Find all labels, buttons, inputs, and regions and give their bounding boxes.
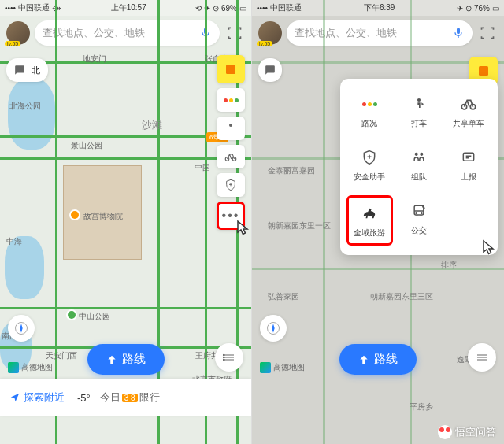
road	[252, 268, 504, 270]
route-button[interactable]: 路线	[339, 344, 417, 375]
bus-icon	[406, 200, 432, 222]
popup-item-traffic[interactable]: 路况	[346, 88, 393, 134]
map-label: 排序	[441, 260, 457, 271]
restrict-suffix: 限行	[139, 390, 160, 405]
message-icon	[261, 61, 279, 79]
avatar[interactable]: lv.55	[258, 21, 282, 45]
location-arrow-icon	[9, 392, 20, 403]
team-icon	[406, 146, 432, 168]
avatar-level-badge: lv.55	[5, 41, 20, 46]
svg-rect-14	[463, 153, 473, 161]
map-label: 沙滩	[142, 118, 162, 132]
shield-icon	[357, 146, 382, 168]
poi-icon	[69, 209, 80, 220]
popup-label: 上报	[461, 172, 476, 183]
taxi-icon	[406, 93, 432, 115]
poi-icon	[66, 309, 77, 320]
message-icon	[11, 61, 28, 79]
layers-button[interactable]	[215, 343, 243, 372]
watermark-text: 悟空问答	[455, 425, 496, 439]
popup-label: 公交	[411, 225, 427, 236]
svg-point-13	[420, 153, 423, 156]
svg-point-6	[224, 357, 225, 358]
map-label: 弘善家园	[268, 291, 299, 302]
tool-shield[interactable]	[217, 173, 245, 197]
popup-label: 组队	[411, 172, 427, 183]
explore-nearby-button[interactable]: 探索附近	[9, 390, 65, 405]
map-label: 平房乡	[410, 401, 433, 413]
compass-button[interactable]	[260, 315, 287, 342]
map-label: 朝新嘉园东里三区	[370, 291, 433, 302]
traffic-restriction[interactable]: 今日 3 8 限行	[100, 390, 160, 405]
road	[252, 61, 504, 64]
horse-icon	[357, 202, 382, 224]
weather-label: 北	[32, 65, 40, 76]
road	[158, 0, 160, 444]
tool-traffic[interactable]	[217, 88, 245, 112]
popup-item-taxi[interactable]: 打车	[396, 88, 443, 134]
compass-icon	[13, 320, 29, 336]
svg-rect-8	[479, 66, 488, 76]
restrict-today: 今日	[100, 390, 120, 405]
report-icon	[456, 146, 481, 168]
bike-icon	[456, 93, 481, 115]
svg-rect-0	[226, 65, 235, 74]
map-label: 景山公园	[71, 140, 102, 151]
road	[0, 307, 251, 309]
lake-beihai	[8, 79, 55, 150]
svg-point-17	[421, 213, 422, 214]
svg-point-12	[415, 153, 418, 156]
map-label: 中山公园	[79, 311, 110, 322]
map-label: 天安门西	[46, 350, 77, 361]
popup-item-shield[interactable]: 安全助手	[346, 142, 393, 187]
pointer-cursor-icon	[232, 216, 252, 242]
map-label: 金泰丽富嘉园	[268, 165, 315, 176]
popup-item-tourism[interactable]: 全域旅游	[346, 195, 393, 246]
svg-point-1	[229, 124, 232, 127]
weather-pill[interactable]: 北	[6, 58, 48, 82]
tool-bike[interactable]	[217, 145, 245, 168]
tool-taxi[interactable]	[217, 117, 245, 140]
map-label: 故宫博物院	[83, 211, 123, 222]
route-label: 路线	[122, 352, 146, 367]
popup-label: 全域旅游	[354, 228, 385, 239]
map-label: 中海	[6, 236, 22, 247]
avatar-level-badge: lv.55	[257, 41, 272, 46]
layers-icon	[222, 350, 236, 364]
route-label: 路线	[374, 352, 398, 367]
tools-popup: 路况 打车 共享单车 安全助手 组队	[340, 79, 498, 255]
logo-icon	[260, 362, 271, 373]
arrow-up-icon	[358, 354, 369, 365]
road	[55, 0, 57, 444]
road	[0, 157, 251, 160]
popup-label: 打车	[411, 118, 427, 129]
map-label: 北海公园	[9, 101, 41, 112]
logo-text: 高德地图	[21, 362, 53, 373]
side-toolbar: •••	[217, 55, 245, 230]
layers-icon	[475, 350, 489, 364]
tool-more-button[interactable]: •••	[217, 202, 245, 230]
china-label: 中国	[195, 162, 210, 173]
temperature-label: -5°	[77, 392, 91, 404]
popup-item-bus[interactable]: 公交	[396, 195, 443, 246]
popup-label: 安全助手	[354, 172, 385, 183]
svg-point-7	[224, 359, 225, 361]
arrow-up-icon	[106, 354, 117, 365]
route-button[interactable]: 路线	[87, 344, 165, 375]
phone-screenshot-left: 地安门 张自忠路 北海公园 沙滩 景山公园 6号线 故宫博物院 中海 中山公园 …	[0, 0, 252, 444]
popup-item-bike[interactable]: 共享单车	[445, 88, 491, 134]
map-label: 朝新嘉园东里一区	[268, 220, 331, 231]
compass-button[interactable]	[8, 315, 35, 342]
tool-notes[interactable]	[217, 55, 245, 83]
message-pill[interactable]	[258, 58, 282, 82]
popup-item-team[interactable]: 组队	[396, 142, 443, 187]
layers-button[interactable]	[468, 343, 496, 372]
logo-text: 高德地图	[273, 362, 305, 373]
svg-point-16	[416, 213, 417, 214]
svg-point-9	[417, 98, 421, 102]
popup-label: 共享单车	[453, 118, 484, 129]
pointer-cursor-icon	[477, 236, 502, 261]
watermark: 悟空问答	[438, 425, 496, 439]
avatar[interactable]: lv.55	[6, 21, 30, 45]
popup-item-report[interactable]: 上报	[445, 142, 491, 187]
